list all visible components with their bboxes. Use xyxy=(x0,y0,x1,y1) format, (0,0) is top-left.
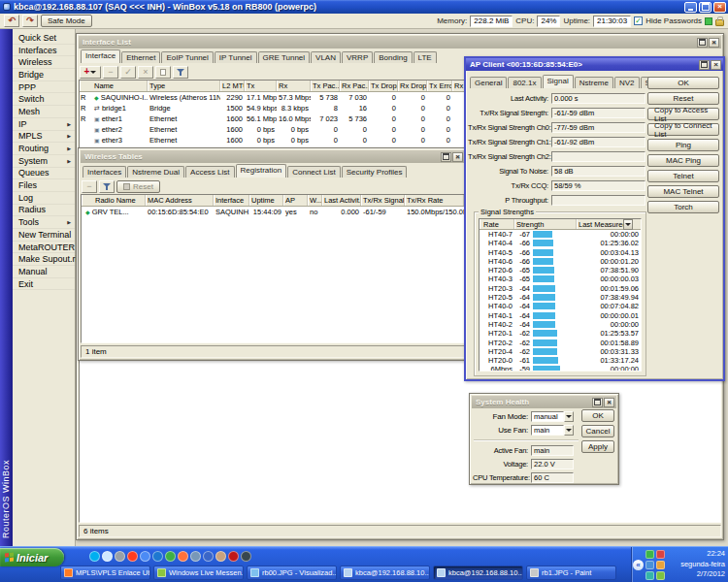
sidebar-item[interactable]: Quick Set ▶ xyxy=(13,32,75,45)
taskbar-task[interactable]: Windows Live Messen... xyxy=(153,566,244,580)
column-header-type[interactable]: Type xyxy=(148,81,220,91)
wireless-tables-titlebar[interactable]: Wireless Tables xyxy=(81,150,465,163)
table-row[interactable]: HT20-0 -61 01:33:17.24 xyxy=(480,356,641,365)
sidebar-item[interactable]: MPLS ▶ xyxy=(13,131,75,144)
tools-icon[interactable] xyxy=(241,551,251,562)
copy-to-connect-list-button[interactable]: Copy to Connect List xyxy=(647,123,719,136)
sidebar-item[interactable]: Exit ▶ xyxy=(13,278,75,291)
taskbar-task[interactable]: MPLS\VPLS Enlace Ub... xyxy=(60,566,150,580)
maximize-icon[interactable] xyxy=(441,152,451,162)
nstreme-dual-tab[interactable]: Nstreme Dual xyxy=(127,166,184,178)
sidebar-item[interactable]: Routing ▶ xyxy=(13,143,75,155)
remove-button[interactable]: − xyxy=(103,66,118,79)
hide-passwords-checkbox[interactable] xyxy=(634,16,643,25)
sidebar-item[interactable]: Switch ▶ xyxy=(13,93,75,106)
sidebar-item[interactable]: IP ▶ xyxy=(13,118,75,131)
torch-button[interactable]: Torch xyxy=(647,201,719,213)
eoip-tunnel-tab[interactable]: EoIP Tunnel xyxy=(161,51,213,63)
lte-tab[interactable]: LTE xyxy=(414,51,437,63)
enable-button[interactable]: ✓ xyxy=(120,66,136,79)
access-list-tab[interactable]: Access List xyxy=(185,166,234,178)
close-icon[interactable] xyxy=(604,398,614,407)
mouse-icon[interactable] xyxy=(115,551,125,562)
sidebar-item[interactable]: Tools ▶ xyxy=(13,216,75,229)
sidebar-item[interactable]: New Terminal ▶ xyxy=(13,229,75,242)
signal-tab[interactable]: Signal xyxy=(543,75,574,88)
table-row[interactable]: HT40-1 -64 00:00:00.01 xyxy=(480,311,641,320)
spotify-icon[interactable] xyxy=(165,551,176,562)
sidebar-item[interactable]: Files ▶ xyxy=(13,179,75,192)
column-header-last-activity[interactable]: Last Activit... xyxy=(322,195,361,206)
clock[interactable]: 22:24 segunda-feira 2/7/2012 xyxy=(680,549,725,580)
ati-icon[interactable] xyxy=(228,551,239,562)
messenger-tray-icon[interactable] xyxy=(645,561,654,569)
maximize-icon[interactable] xyxy=(697,38,708,48)
table-row[interactable]: HT20-2 -62 00:01:58.89 xyxy=(480,339,641,347)
internet-explorer-icon[interactable] xyxy=(152,551,163,562)
sidebar-item[interactable]: Make Supout.rif ▶ xyxy=(13,253,75,266)
column-header-tx-drops[interactable]: Tx Drops xyxy=(369,81,398,91)
column-header-last-measured[interactable]: Last Measured xyxy=(577,219,623,229)
ap-client-titlebar[interactable]: AP Client <00:15:6D:85:54:E0> xyxy=(466,58,723,71)
table-row[interactable]: HT20-3 -64 00:01:59.06 xyxy=(480,284,641,293)
filter-button[interactable] xyxy=(173,66,188,79)
undo-icon[interactable]: ↶ xyxy=(4,15,19,27)
mac-ping-button[interactable]: MAC Ping xyxy=(647,154,719,167)
antivirus-icon[interactable] xyxy=(656,550,665,559)
table-row[interactable]: HT40-5 -66 00:03:04.13 xyxy=(480,248,641,257)
ok-button[interactable]: OK xyxy=(647,77,719,89)
table-row[interactable]: HT20-5 -64 07:38:49.94 xyxy=(480,293,641,302)
vrrp-tab[interactable]: VRRP xyxy=(342,51,373,63)
volume-icon[interactable] xyxy=(645,571,654,580)
sidebar-item[interactable]: Radius ▶ xyxy=(13,205,75,217)
mac-telnet-button[interactable]: MAC Telnet xyxy=(647,185,719,198)
general-tab[interactable]: General xyxy=(470,77,507,88)
column-header-rate[interactable]: Rate xyxy=(480,219,514,229)
registration-tab[interactable]: Registration xyxy=(236,164,287,178)
table-row[interactable]: HT20-4 -62 00:03:31.33 xyxy=(480,347,641,356)
column-header-strength[interactable]: Strength xyxy=(514,219,577,229)
table-row[interactable]: 6Mbps -59 00:00:00 xyxy=(480,365,641,372)
table-row[interactable]: HT40-6 -66 00:00:01.20 xyxy=(480,257,641,266)
interfaces-tab[interactable]: Interfaces xyxy=(83,166,126,178)
ping-button[interactable]: Ping xyxy=(647,139,719,151)
column-header-interface[interactable]: Interface xyxy=(214,195,249,206)
column-header-ap[interactable]: AP xyxy=(283,195,308,206)
table-row[interactable]: HT40-2 -64 00:00:00 xyxy=(480,320,641,329)
column-header-w[interactable]: W... xyxy=(308,195,322,206)
dropdown-icon[interactable] xyxy=(564,411,574,422)
taskbar-task[interactable]: kbca@192.168.88.10... xyxy=(340,566,430,580)
column-header-signal[interactable]: Tx/Rx Signal ... xyxy=(361,195,405,206)
maximize-icon[interactable] xyxy=(699,60,710,70)
taskbar-task[interactable]: kbca@192.168.88.10... xyxy=(433,566,523,580)
globe-icon[interactable] xyxy=(102,551,113,562)
802-1x-tab[interactable]: 802.1x xyxy=(508,77,541,88)
interface-tab[interactable]: Interface xyxy=(81,49,120,63)
table-row[interactable]: HT40-3 -65 00:00:00.03 xyxy=(480,275,641,283)
sidebar-item[interactable]: Mesh ▶ xyxy=(13,106,75,118)
apply-button[interactable]: Apply xyxy=(581,440,614,453)
column-header-uptime[interactable]: Uptime xyxy=(249,195,283,206)
update-icon[interactable] xyxy=(656,561,665,569)
skype-icon[interactable] xyxy=(89,551,100,562)
comment-button[interactable] xyxy=(155,66,171,79)
firefox-icon[interactable] xyxy=(178,551,188,562)
media-player-icon[interactable] xyxy=(203,551,214,562)
vlc-icon[interactable] xyxy=(190,551,201,562)
table-row[interactable]: HT20-6 -65 07:38:51.90 xyxy=(480,266,641,275)
add-interface-button[interactable]: + xyxy=(80,66,101,79)
connect-list-tab[interactable]: Connect List xyxy=(287,166,340,178)
start-button[interactable]: Iniciar xyxy=(0,548,64,566)
interface-list-titlebar[interactable]: Interface List xyxy=(79,36,721,48)
taskbar-task[interactable]: rb00.JPG - Visualizad... xyxy=(247,566,337,580)
chrome-icon[interactable] xyxy=(140,551,150,562)
shield-icon[interactable] xyxy=(656,571,665,580)
close-icon[interactable] xyxy=(709,38,719,48)
remove-button[interactable]: − xyxy=(82,180,97,193)
column-header-rx-pac[interactable]: Rx Pac... xyxy=(340,81,369,91)
reset-button[interactable]: Reset xyxy=(116,180,160,193)
column-header-l2mtu[interactable]: L2 MTU xyxy=(220,81,245,91)
reset-button[interactable]: Reset xyxy=(647,92,719,105)
column-header-mac[interactable]: MAC Address xyxy=(146,195,214,206)
user-icon[interactable] xyxy=(215,551,226,562)
